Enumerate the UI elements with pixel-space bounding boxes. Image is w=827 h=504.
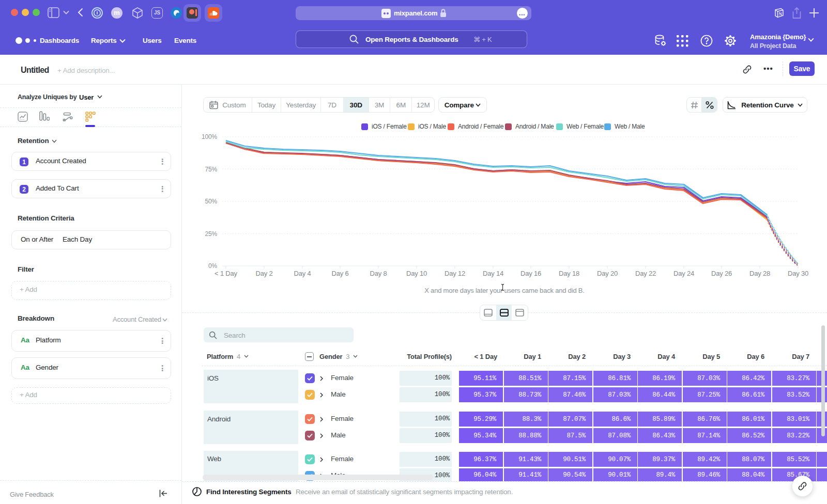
- svg-text:Day 12: Day 12: [445, 270, 465, 277]
- svg-text:Day 18: Day 18: [559, 270, 579, 277]
- svg-text:0%: 0%: [208, 262, 217, 270]
- svg-text:Day 20: Day 20: [597, 270, 618, 277]
- svg-text:< 1 Day: < 1 Day: [215, 270, 237, 277]
- svg-text:Day 26: Day 26: [711, 270, 732, 277]
- svg-text:50%: 50%: [205, 198, 218, 205]
- svg-text:Day 2: Day 2: [256, 270, 273, 277]
- svg-text:Day 14: Day 14: [483, 270, 503, 277]
- svg-text:100%: 100%: [202, 133, 217, 140]
- svg-text:Day 16: Day 16: [520, 270, 541, 277]
- svg-text:Day 8: Day 8: [370, 270, 387, 277]
- svg-text:Day 30: Day 30: [788, 270, 808, 277]
- svg-text:Day 10: Day 10: [406, 270, 427, 277]
- svg-text:Day 4: Day 4: [294, 270, 311, 277]
- svg-text:Day 24: Day 24: [673, 270, 694, 277]
- svg-text:N: N: [779, 11, 783, 17]
- svg-text:Day 28: Day 28: [749, 270, 770, 277]
- svg-text:Day 6: Day 6: [332, 270, 349, 277]
- svg-text:Day 22: Day 22: [635, 270, 656, 277]
- svg-text:75%: 75%: [205, 166, 218, 173]
- svg-text:25%: 25%: [205, 230, 218, 238]
